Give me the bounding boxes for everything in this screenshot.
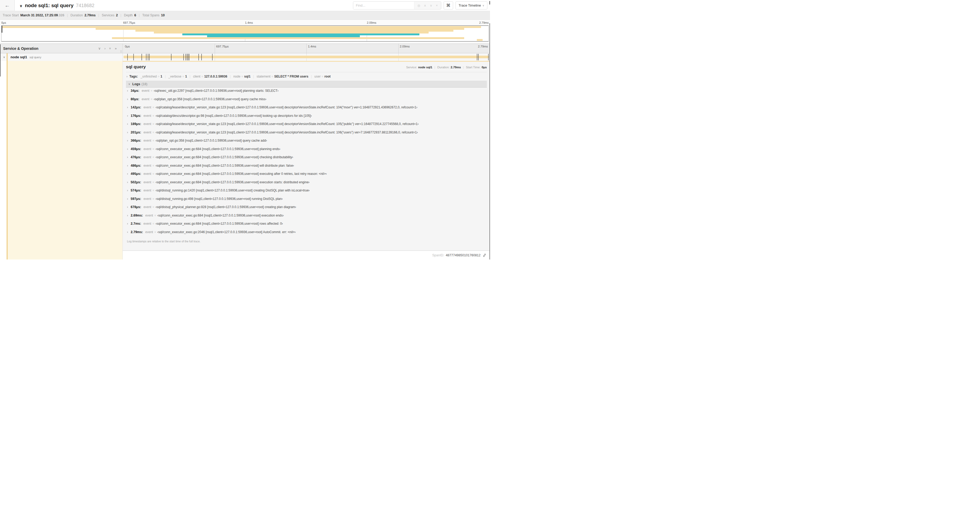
log-entry-row[interactable]: › 34μs: event = ‹sql/exec_util.go:2297 [… [127, 89, 487, 97]
collapse-one-icon[interactable]: ∨ [98, 46, 101, 50]
log-entry-row[interactable]: › 201μs: event = ‹sql/catalog/lease/desc… [127, 131, 487, 139]
log-entry-row[interactable]: › 597μs: event = ‹sql/distsql_running.go… [127, 197, 487, 206]
summary-value: 2 [116, 13, 118, 17]
next-result-icon[interactable]: ∨ [430, 4, 432, 7]
chevron-right-icon[interactable]: › [126, 75, 127, 78]
trace-view-selector[interactable]: Trace Timeline ∨ [455, 1, 487, 10]
prev-result-icon[interactable]: ∧ [424, 4, 426, 7]
summary-value: March 31 2022, 17:25:09 [20, 13, 58, 17]
logs-header[interactable]: ∨ Logs (18) [126, 81, 487, 88]
equals-sign: = [153, 197, 154, 200]
start-time-label: Start Time: [466, 65, 481, 69]
chevron-right-icon[interactable]: › [127, 172, 130, 176]
log-entry-row[interactable]: › 189μs: event = ‹sql/catalog/lease/desc… [127, 122, 487, 131]
page-title: node sql1: sql query [25, 3, 73, 8]
chevron-down-icon: ∨ [482, 4, 484, 7]
chevron-right-icon[interactable]: › [127, 197, 130, 201]
equals-sign: = [153, 222, 154, 225]
trace-title-group[interactable]: ∨ node sql1: sql query 7418682 [19, 3, 94, 8]
minimap-drag-handle[interactable] [2, 26, 2, 33]
back-button[interactable]: ← [0, 0, 15, 11]
log-entry-row[interactable]: › 486μs: event = ‹sql/conn_executor_exec… [127, 164, 487, 172]
left-scrollbar-mark[interactable] [0, 44, 0, 77]
log-field-key: event [143, 164, 151, 168]
log-entry-row[interactable]: › 574μs: event = ‹sql/distsql_running.go… [127, 188, 487, 197]
chevron-right-icon[interactable]: › [127, 139, 130, 142]
keyboard-shortcuts-button[interactable]: ⌘ [444, 1, 453, 10]
chevron-right-icon[interactable]: › [127, 147, 130, 151]
chevron-right-icon[interactable]: › [127, 230, 130, 234]
log-entry-row[interactable]: › 495μs: event = ‹sql/conn_executor_exec… [127, 172, 487, 180]
tag-key: statement [256, 75, 270, 78]
expand-all-icon[interactable]: » [115, 46, 117, 50]
log-entry-row[interactable]: › 2.69ms: event = ‹sql/conn_executor_exe… [127, 214, 487, 222]
tags-label: Tags: [129, 75, 138, 78]
chevron-right-icon[interactable]: › [127, 205, 130, 209]
chevron-down-icon[interactable]: ∨ [19, 4, 22, 8]
expand-one-icon[interactable]: › [104, 46, 105, 50]
span-duration-bar[interactable] [124, 56, 489, 58]
locate-icon[interactable]: ◎ [418, 4, 420, 7]
span-row-timeline-cell[interactable] [123, 53, 490, 61]
log-entry-row[interactable]: › 366μs: event = ‹sql/plan_opt.go:358 [n… [127, 139, 487, 147]
log-entry-row[interactable]: › 142μs: event = ‹sql/catalog/lease/desc… [127, 105, 487, 114]
minimap-canvas[interactable] [1, 25, 489, 42]
log-entry-row[interactable]: › 176μs: event = ‹sql/catalog/descs/desc… [127, 114, 487, 122]
equals-sign: = [158, 75, 159, 78]
chevron-right-icon[interactable]: › [127, 188, 130, 192]
chevron-right-icon[interactable]: › [127, 122, 130, 126]
divider: | [67, 13, 68, 17]
deep-link-icon[interactable] [483, 254, 486, 257]
chevron-right-icon[interactable]: › [127, 222, 130, 225]
chevron-right-icon[interactable]: › [127, 131, 130, 134]
log-timestamp: 80μs: [130, 97, 139, 101]
log-timestamp: 2.79ms: [130, 230, 143, 234]
log-timestamp: 495μs: [130, 172, 141, 176]
tag-item: client = 127.0.0.1:59936 [193, 75, 228, 78]
chevron-right-icon[interactable]: › [127, 97, 130, 101]
tags-row[interactable]: › Tags: _unfinished = 1 | _verbose [126, 75, 487, 78]
collapse-all-icon[interactable]: » [108, 48, 112, 50]
equals-sign: = [153, 131, 154, 134]
timeline-tick: 697.75μs [215, 44, 307, 53]
service-value: node sql1 [418, 65, 432, 69]
detail-footer: SpanID: 4877749850101760812 [123, 251, 490, 260]
log-timestamp: 2.7ms: [130, 222, 141, 225]
log-field-key: event [143, 197, 151, 201]
chevron-right-icon[interactable]: › [127, 155, 130, 159]
log-entry-row[interactable]: › 459μs: event = ‹sql/conn_executor_exec… [127, 147, 487, 156]
log-entry-row[interactable]: › 678μs: event = ‹sql/distsql_physical_p… [127, 205, 487, 214]
log-timestamp: 574μs: [130, 188, 141, 192]
summary-value: 10 [161, 13, 165, 17]
span-row[interactable]: ∨ node sql1 sql query [0, 53, 490, 61]
log-field-key: event [143, 131, 151, 134]
chevron-down-icon[interactable]: ∨ [3, 56, 5, 59]
find-input[interactable] [353, 2, 414, 9]
span-row-name-cell[interactable]: ∨ node sql1 sql query [0, 53, 123, 61]
span-service-name: node sql1 [11, 55, 27, 59]
log-field-key: event [143, 205, 151, 209]
vertical-scrollbar[interactable] [490, 23, 490, 260]
log-entry-row[interactable]: › 80μs: event = ‹sql/plan_opt.go:358 [ns… [127, 97, 487, 106]
log-field-value: ‹sql/conn_executor_exec.go:684 [nsql1,cl… [157, 214, 284, 217]
chevron-right-icon[interactable]: › [127, 214, 130, 217]
column-resizer-handle[interactable]: || [120, 50, 122, 53]
logs-title: Logs [132, 82, 140, 86]
log-entry-row[interactable]: › 2.7ms: event = ‹sql/conn_executor_exec… [127, 222, 487, 230]
summary-item: Depth 6 [124, 13, 136, 17]
tag-value: sql1 [244, 75, 251, 78]
span-color-stripe [6, 61, 8, 260]
equals-sign: = [153, 164, 154, 167]
chevron-right-icon[interactable]: › [127, 105, 130, 109]
equals-sign: = [153, 180, 154, 184]
clear-search-icon[interactable]: × [436, 4, 438, 7]
log-entry-row[interactable]: › 476μs: event = ‹sql/conn_executor_exec… [127, 155, 487, 164]
log-field-key: event [143, 122, 151, 126]
chevron-right-icon[interactable]: › [127, 89, 130, 93]
chevron-right-icon[interactable]: › [127, 164, 130, 168]
chevron-right-icon[interactable]: › [127, 114, 130, 118]
log-entry-row[interactable]: › 502μs: event = ‹sql/conn_executor_exec… [127, 180, 487, 189]
log-entry-row[interactable]: › 2.79ms: event = ‹sql/conn_executor_exe… [127, 230, 487, 239]
chevron-right-icon[interactable]: › [127, 180, 130, 184]
equals-sign: = [154, 214, 156, 217]
